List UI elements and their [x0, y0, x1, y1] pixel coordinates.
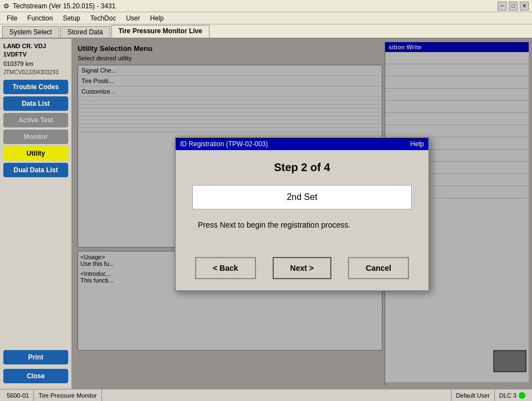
- maximize-button[interactable]: □: [509, 2, 518, 11]
- statusbar: 5600-01 Tire Pressure Monitor Default Us…: [0, 389, 532, 401]
- vehicle-info: LAND CR. VDJ 1VDFTV 010379 km JTMCV02J20…: [3, 42, 68, 75]
- monitor-button[interactable]: Monitor: [3, 130, 68, 144]
- dual-data-list-button[interactable]: Dual Data List: [3, 163, 68, 177]
- status-code: 5600-01: [2, 389, 34, 401]
- close-button[interactable]: ✕: [520, 2, 529, 11]
- tab-system-select[interactable]: System Select: [2, 26, 59, 38]
- menu-techdoc[interactable]: TechDoc: [86, 13, 121, 23]
- menu-function[interactable]: Function: [23, 13, 57, 23]
- app-icon: ⚙: [3, 2, 9, 10]
- active-test-button[interactable]: Active Test: [3, 113, 68, 127]
- titlebar: ⚙ Techstream (Ver 15.20.015) - 3431 ─ □ …: [0, 0, 532, 12]
- modal-dialog: ID Registration (TPW-02-003) Help Step 2…: [175, 137, 429, 291]
- tabbar: System Select Stored Data Tire Pressure …: [0, 24, 532, 39]
- vehicle-name: LAND CR. VDJ 1VDFTV: [3, 42, 68, 59]
- modal-instruction: Press Next to begin the registration pro…: [192, 220, 412, 229]
- trouble-codes-button[interactable]: Trouble Codes: [3, 80, 68, 94]
- status-system: Tire Pressure Monitor: [34, 389, 101, 401]
- app-title: Techstream (Ver 15.20.015) - 3431: [13, 2, 115, 10]
- tab-tire-pressure[interactable]: Tire Pressure Monitor Live: [111, 25, 209, 38]
- menubar: File Function Setup TechDoc User Help: [0, 12, 532, 24]
- modal-overlay: ID Registration (TPW-02-003) Help Step 2…: [72, 39, 532, 389]
- utility-button[interactable]: Utility: [3, 146, 68, 161]
- minimize-button[interactable]: ─: [498, 2, 507, 11]
- status-indicator: [519, 392, 525, 399]
- vehicle-vin: JTMCV02J204303293: [3, 69, 68, 75]
- modal-titlebar: ID Registration (TPW-02-003) Help: [176, 138, 428, 150]
- modal-set-label: 2nd Set: [287, 192, 317, 202]
- menu-file[interactable]: File: [2, 13, 22, 23]
- status-spacer: [102, 389, 452, 401]
- vehicle-km: 010379 km: [3, 60, 68, 67]
- status-user: Default User: [452, 389, 495, 401]
- modal-help-link[interactable]: Help: [410, 140, 424, 148]
- sidebar: LAND CR. VDJ 1VDFTV 010379 km JTMCV02J20…: [0, 39, 72, 389]
- content-area: Utility Selection Menu Select desired ut…: [72, 39, 532, 389]
- menu-user[interactable]: User: [121, 13, 144, 23]
- tab-stored-data[interactable]: Stored Data: [60, 26, 110, 38]
- modal-set-box: 2nd Set: [192, 185, 412, 209]
- cancel-button[interactable]: Cancel: [348, 257, 409, 279]
- modal-title: ID Registration (TPW-02-003): [180, 140, 268, 148]
- close-sidebar-button[interactable]: Close: [3, 369, 68, 383]
- modal-body: Step 2 of 4 2nd Set Press Next to begin …: [176, 150, 428, 251]
- modal-buttons: < Back Next > Cancel: [176, 251, 428, 290]
- menu-setup[interactable]: Setup: [58, 13, 84, 23]
- status-dlc: DLC 3: [495, 389, 530, 401]
- back-button[interactable]: < Back: [195, 257, 256, 279]
- modal-step-title: Step 2 of 4: [192, 161, 412, 174]
- main-area: LAND CR. VDJ 1VDFTV 010379 km JTMCV02J20…: [0, 39, 532, 389]
- print-button[interactable]: Print: [3, 350, 68, 364]
- data-list-button[interactable]: Data List: [3, 96, 68, 111]
- menu-help[interactable]: Help: [146, 13, 168, 23]
- next-button[interactable]: Next >: [273, 257, 331, 279]
